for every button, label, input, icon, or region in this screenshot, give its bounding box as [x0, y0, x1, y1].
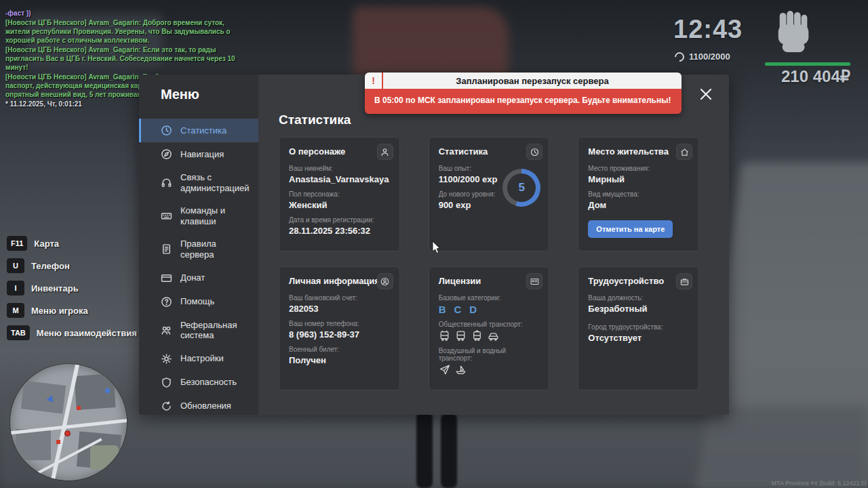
sidebar-item-label: Донат: [180, 272, 205, 283]
refresh-icon: [161, 401, 172, 412]
field-value: 282053: [289, 304, 390, 314]
card-title: Трудоустройство: [588, 276, 689, 286]
field-property-type: Вид имущества: Дом: [588, 190, 689, 210]
plane-icon: [439, 364, 450, 375]
sidebar-item-label: Связь с администрацией: [180, 172, 252, 193]
field-value: 900 exp: [439, 200, 504, 210]
key-badge: I: [7, 281, 24, 296]
sidebar-item-help[interactable]: Помощь: [139, 290, 258, 314]
sidebar-item-label: Обновления: [180, 401, 231, 411]
keybind-phone: U Телефон: [7, 258, 137, 273]
field-value: 28.11.2025 23:56:32: [289, 226, 390, 236]
sidebar-item-settings[interactable]: Настройки: [139, 347, 258, 371]
field-value: Отсутствует: [588, 333, 689, 343]
tram-icon: [471, 330, 483, 342]
sidebar-item-referral[interactable]: Реферальная система: [139, 314, 258, 347]
sidebar-item-donate[interactable]: Донат: [139, 266, 258, 290]
person-circle-icon[interactable]: [377, 273, 393, 289]
person-icon[interactable]: [377, 144, 393, 160]
minimap: [10, 364, 127, 481]
menu-title: Меню: [161, 87, 258, 102]
sidebar-item-navigation[interactable]: Навигация: [139, 142, 258, 166]
compass-icon: [161, 148, 172, 160]
field-label: Воздушный и водный транспорт:: [439, 347, 540, 362]
keybind-player-menu: M Меню игрока: [7, 303, 137, 318]
field-value: 8 (963) 152-89-37: [289, 329, 390, 340]
minimap-blip-icon: [105, 388, 110, 393]
keybind-inventory: I Инвентарь: [7, 281, 137, 296]
card-title: Статистика: [439, 146, 540, 157]
background-ground: [0, 407, 868, 488]
chat-message: [Новости ЦГБ Невского] Avram_Gagarin: Ес…: [5, 45, 237, 72]
sidebar-item-updates[interactable]: Обновления: [139, 394, 258, 418]
keybind-label: Меню взаимодействия: [37, 328, 137, 338]
home-icon[interactable]: [676, 144, 692, 160]
level-number: 5: [502, 169, 540, 207]
field-bank-account: Ваш банковский счет: 282053: [289, 294, 390, 314]
air-water-licenses: [439, 364, 540, 375]
sidebar-item-label: Помощь: [180, 296, 214, 307]
briefcase-icon[interactable]: [676, 273, 692, 289]
field-label: Военный билет:: [289, 346, 390, 353]
sidebar-item-admin-contact[interactable]: Связь с администрацией: [139, 166, 258, 199]
shield-icon: [161, 377, 172, 388]
clock-icon[interactable]: [526, 144, 542, 160]
page-title: Статистика: [279, 113, 699, 127]
license-category-b: B: [439, 304, 446, 315]
mark-on-map-button[interactable]: Отметить на карте: [588, 220, 673, 238]
sidebar-item-label: Правила сервера: [180, 239, 252, 260]
level-gauge-icon: [673, 50, 686, 64]
field-label: Пол персонажа:: [289, 190, 390, 198]
background-house: [353, 7, 509, 78]
field-label: Место проживания:: [588, 165, 689, 172]
sidebar-item-label: Навигация: [180, 149, 224, 160]
field-label: Ваш банковский счет:: [289, 294, 390, 302]
document-icon: [161, 243, 172, 255]
notification-header: ! Запланирован перезапуск сервера: [365, 73, 682, 89]
player-character-leg: [416, 412, 433, 488]
sidebar-item-label: Настройки: [180, 353, 224, 364]
license-categories: B C D: [439, 304, 540, 315]
field-label: Ваша должность:: [588, 294, 689, 302]
close-icon[interactable]: [697, 85, 715, 103]
field-label: Дата и время регистрации:: [289, 216, 390, 224]
keybind-label: Телефон: [31, 261, 70, 271]
hud-clock: 12:43: [673, 15, 743, 44]
sidebar-item-security[interactable]: Безопасность: [139, 371, 258, 394]
field-label: Ваш опыт:: [439, 165, 504, 172]
mouse-cursor: [432, 241, 441, 254]
sidebar-item-label: Безопасность: [180, 377, 237, 388]
hud-exp-value: 1100/2000: [689, 52, 730, 62]
field-job-city: Город трудоустройства: Отсутствует: [588, 323, 689, 343]
field-label: Ваш никнейм:: [289, 165, 390, 172]
people-icon: [161, 325, 172, 336]
sidebar-item-statistics[interactable]: Статистика: [139, 119, 258, 142]
sidebar-item-label: Реферальная система: [180, 320, 252, 341]
field-value: 1100/2000 exp: [439, 174, 504, 184]
field-phone-number: Ваш номер телефона: 8 (963) 152-89-37: [289, 320, 390, 340]
sidebar-item-commands-keys[interactable]: Команды и клавиши: [139, 199, 258, 232]
keybind-interaction-menu: TAB Меню взаимодействия: [7, 325, 137, 340]
server-restart-notification: ! Запланирован перезапуск сервера В 05:0…: [365, 73, 682, 114]
bus-icon: [455, 330, 467, 342]
card-title: Лицензии: [439, 276, 540, 286]
sidebar-item-server-rules[interactable]: Правила сервера: [139, 232, 258, 266]
money-bar: [765, 62, 850, 66]
menu-content: Статистика О персонаже Ваш никнейм: Anas…: [258, 75, 729, 415]
field-registration: Дата и время регистрации: 28.11.2025 23:…: [289, 216, 390, 236]
field-label: Вид имущества:: [588, 190, 689, 198]
stats-cards-grid: О персонаже Ваш никнейм: Anastasia_Varna…: [279, 137, 699, 390]
field-value: Получен: [289, 355, 390, 365]
id-card-icon[interactable]: [526, 273, 542, 289]
field-value: Anastasia_Varnavskaya: [289, 174, 390, 184]
clock-icon: [161, 125, 172, 136]
field-exp: Ваш опыт: 1100/2000 exp: [439, 165, 504, 184]
trolleybus-icon: [439, 330, 450, 342]
field-nickname: Ваш никнейм: Anastasia_Varnavskaya: [289, 165, 390, 184]
fist-icon: [773, 8, 815, 57]
card-personal-info: Личная информация Ваш банковский счет: 2…: [279, 266, 400, 390]
card-title: Место жительства: [588, 146, 689, 157]
boat-icon: [455, 364, 467, 375]
chat-message: [Новости ЦГБ Невского] Avram_Gagarin: До…: [5, 18, 237, 45]
keybind-hints: F11 Карта U Телефон I Инвентарь M Меню и…: [7, 236, 137, 348]
